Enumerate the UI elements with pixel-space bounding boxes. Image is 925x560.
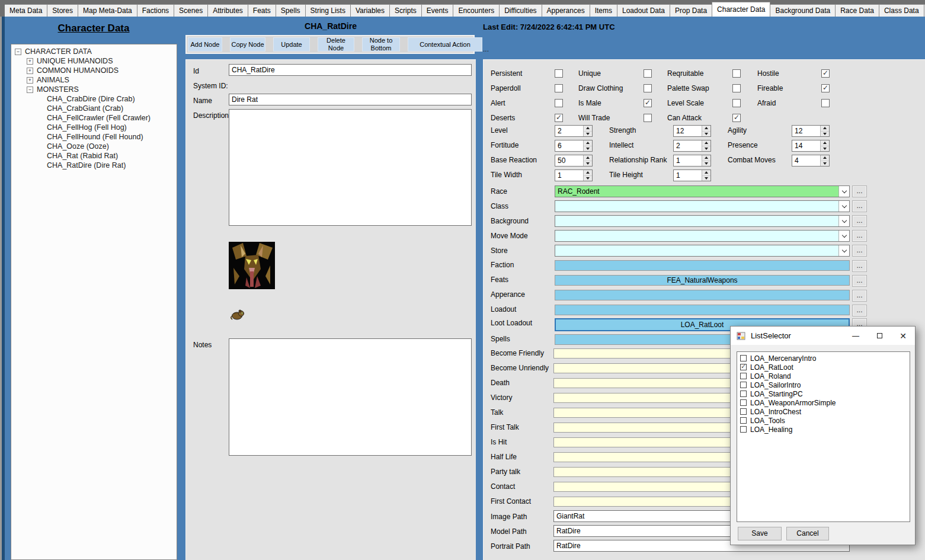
tree-group-animals[interactable]: +ANIMALS — [11, 75, 177, 85]
tab-difficulties[interactable]: Difficulties — [499, 4, 542, 17]
spinner-up-button[interactable] — [702, 140, 710, 146]
faction-browse-button[interactable]: ... — [852, 260, 867, 272]
dialog-titlebar[interactable]: ListSelector — ✕ — [731, 327, 915, 345]
tab-race-data[interactable]: Race Data — [835, 4, 879, 17]
feats-bar[interactable]: FEA_NaturalWeapons — [555, 275, 850, 286]
item-checkbox[interactable] — [740, 364, 747, 370]
spinner-down-button[interactable] — [584, 175, 592, 181]
race-dropdown[interactable]: RAC_Rodent — [555, 185, 850, 197]
spinner-down-button[interactable] — [584, 146, 592, 152]
stat-presence-spinner[interactable]: 14 — [792, 140, 830, 152]
store-dropdown[interactable] — [555, 245, 850, 257]
stat-base-reaction-spinner[interactable]: 50 — [555, 155, 593, 167]
tab-character-data[interactable]: Character Data — [712, 2, 770, 17]
minimize-button[interactable]: — — [844, 327, 868, 345]
flag-alert-checkbox[interactable] — [555, 99, 563, 107]
spinner-value[interactable]: 12 — [792, 126, 820, 136]
spinner-up-button[interactable] — [584, 170, 592, 175]
stat-combat-moves-spinner[interactable]: 4 — [792, 155, 830, 167]
spinner-down-button[interactable] — [702, 146, 710, 152]
tree-group-unique-humanoids[interactable]: +UNIQUE HUMANOIDS — [11, 56, 177, 66]
stat-strength-spinner[interactable]: 12 — [673, 125, 711, 137]
item-checkbox[interactable] — [740, 408, 747, 415]
update-button[interactable]: Update — [273, 37, 310, 52]
stat-relationship-rank-spinner[interactable]: 1 — [673, 155, 711, 167]
faction-bar[interactable] — [555, 260, 850, 271]
cancel-button[interactable]: Cancel — [786, 527, 829, 540]
tab-stores[interactable]: Stores — [47, 4, 78, 17]
chevron-down-icon[interactable] — [838, 186, 849, 197]
spinner-value[interactable]: 4 — [792, 155, 820, 166]
item-checkbox[interactable] — [740, 399, 747, 406]
item-checkbox[interactable] — [740, 391, 747, 397]
item-checkbox[interactable] — [740, 426, 747, 433]
tab-factions[interactable]: Factions — [137, 4, 174, 17]
flag-is-male-checkbox[interactable] — [644, 99, 652, 107]
chevron-down-icon[interactable] — [838, 245, 849, 256]
tab-feats[interactable]: Feats — [248, 4, 276, 17]
name-field[interactable] — [229, 94, 472, 105]
collapse-icon[interactable]: − — [15, 49, 21, 55]
flag-reqruitable-checkbox[interactable] — [732, 69, 741, 78]
expand-icon[interactable]: + — [27, 68, 33, 74]
move-mode-dropdown[interactable] — [555, 230, 850, 242]
apperance-browse-button[interactable]: ... — [852, 290, 867, 302]
chevron-down-icon[interactable] — [838, 201, 849, 212]
list-item-loa-sailorintro[interactable]: LOA_SailorIntro — [738, 380, 908, 389]
spinner-down-button[interactable] — [702, 161, 710, 167]
tree-item-cha-fellhound-fell-hound[interactable]: CHA_FellHound (Fell Hound) — [11, 132, 177, 142]
item-checkbox[interactable] — [740, 417, 747, 424]
description-textarea[interactable] — [229, 109, 472, 226]
spinner-down-button[interactable] — [821, 131, 829, 137]
spinner-up-button[interactable] — [821, 126, 829, 131]
spinner-value[interactable]: 12 — [674, 126, 702, 136]
flag-deserts-checkbox[interactable] — [555, 114, 563, 122]
close-button[interactable]: ✕ — [891, 327, 915, 345]
list-item-loa-mercenaryintro[interactable]: LOA_MercenaryIntro — [738, 354, 908, 363]
feats-browse-button[interactable]: ... — [852, 275, 867, 287]
tab-encounters[interactable]: Encounters — [453, 4, 500, 17]
stat-level-spinner[interactable]: 2 — [555, 125, 593, 137]
loadout-browse-button[interactable]: ... — [852, 305, 867, 316]
tree-group-monsters[interactable]: −MONSTERS — [11, 85, 177, 94]
item-checkbox[interactable] — [740, 355, 747, 361]
save-button[interactable]: Save — [738, 527, 782, 540]
item-checkbox[interactable] — [740, 373, 747, 379]
list-item-loa-tools[interactable]: LOA_Tools — [738, 416, 908, 425]
tab-map-meta-data[interactable]: Map Meta-Data — [78, 4, 137, 17]
flag-level-scale-checkbox[interactable] — [732, 99, 741, 107]
flag-hostile-checkbox[interactable] — [821, 69, 830, 78]
list-item-loa-introchest[interactable]: LOA_IntroChest — [738, 407, 908, 416]
delete-node-button[interactable]: Delete Node — [318, 37, 354, 52]
notes-textarea[interactable] — [229, 338, 472, 456]
flag-draw-clothing-checkbox[interactable] — [644, 84, 652, 92]
race-browse-button[interactable]: ... — [852, 185, 867, 197]
list-item-loa-healing[interactable]: LOA_Healing — [738, 425, 908, 434]
flag-persistent-checkbox[interactable] — [555, 69, 563, 78]
maximize-button[interactable] — [868, 327, 891, 345]
background-browse-button[interactable]: ... — [852, 215, 867, 227]
class-dropdown[interactable] — [555, 200, 850, 212]
spinner-up-button[interactable] — [584, 155, 592, 161]
tree-item-cha-crabdire-dire-crab[interactable]: CHA_CrabDire (Dire Crab) — [11, 94, 177, 104]
spinner-down-button[interactable] — [821, 146, 829, 152]
tree-group-common-humanoids[interactable]: +COMMON HUMANOIDS — [11, 66, 177, 75]
spinner-down-button[interactable] — [584, 131, 592, 137]
spinner-up-button[interactable] — [702, 155, 710, 161]
flag-unique-checkbox[interactable] — [644, 69, 652, 78]
list-item-loa-roland[interactable]: LOA_Roland — [738, 372, 908, 380]
expand-icon[interactable]: + — [27, 77, 33, 84]
loadout-bar[interactable] — [555, 305, 850, 315]
contextual-action-button[interactable]: Contextual Action — [408, 37, 482, 52]
tab-string-lists[interactable]: String Lists — [305, 4, 351, 17]
tree-item-cha-rat-rabid-rat[interactable]: CHA_Rat (Rabid Rat) — [11, 151, 177, 161]
spinner-value[interactable]: 1 — [674, 155, 702, 166]
background-dropdown[interactable] — [555, 215, 850, 227]
tree-item-cha-fellhog-fell-hog[interactable]: CHA_FellHog (Fell Hog) — [11, 123, 177, 132]
stat-tile-width-spinner[interactable]: 1 — [555, 169, 593, 181]
spinner-value[interactable]: 2 — [555, 126, 583, 136]
flag-can-attack-checkbox[interactable] — [732, 114, 741, 122]
stat-agility-spinner[interactable]: 12 — [792, 125, 830, 137]
flag-fireable-checkbox[interactable] — [821, 84, 830, 92]
tree-view[interactable]: −CHARACTER DATA+UNIQUE HUMANOIDS+COMMON … — [11, 44, 177, 560]
